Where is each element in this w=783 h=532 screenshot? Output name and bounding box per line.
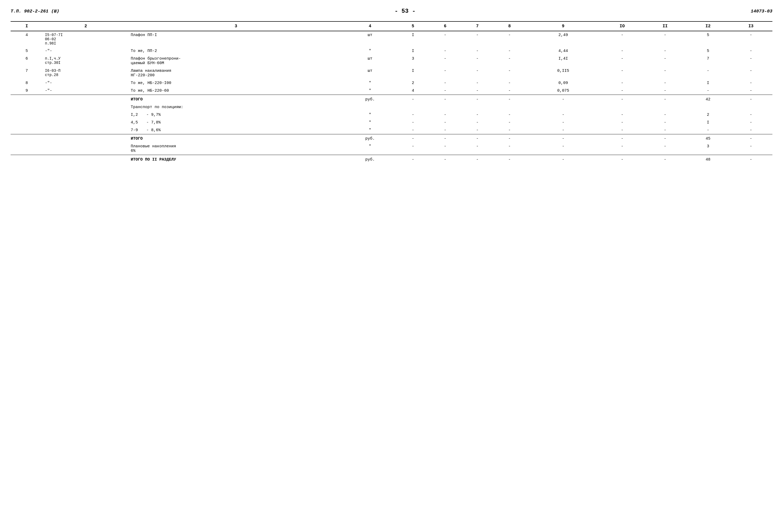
row-col11: - bbox=[644, 47, 687, 55]
total-col13: - bbox=[729, 156, 773, 163]
table-row: 5 -"- То же, ПП-2 " I - - - 4,44 - - 5 - bbox=[10, 47, 773, 55]
plan-label: Плановые накопления 6% bbox=[129, 142, 343, 155]
row-name: То же, НБ-220-60 bbox=[129, 87, 343, 95]
plan-col13: - bbox=[729, 142, 773, 155]
row-col13: - bbox=[729, 55, 773, 67]
row-name: То же, НБ-220-I00 bbox=[129, 79, 343, 87]
row-col5: I bbox=[397, 31, 429, 47]
header-center: - 53 - bbox=[395, 8, 415, 14]
itogo2-col7: - bbox=[461, 135, 494, 142]
t-col11-2: - bbox=[644, 119, 687, 126]
header-row: I 2 3 4 5 6 7 8 9 IO II I2 I3 bbox=[10, 22, 773, 31]
row-col12: 5 bbox=[687, 47, 729, 55]
page-header: Т.П. 902-2-261 (Ш) - 53 - 14073-03 bbox=[10, 8, 773, 16]
t-col7-1: - bbox=[461, 111, 494, 119]
itogo-col13: - bbox=[729, 96, 773, 103]
col-header-4: 4 bbox=[343, 22, 397, 31]
col-header-10: IO bbox=[601, 22, 644, 31]
itogo2-col9: - bbox=[526, 135, 601, 142]
t-col12-1: 2 bbox=[687, 111, 729, 119]
transport-row-45: 4,5 - 7,8% " - - - - - - - I - bbox=[10, 119, 773, 126]
row-code: -"- bbox=[43, 47, 129, 55]
row-col8: - bbox=[494, 47, 526, 55]
itogo2-col6: - bbox=[429, 135, 461, 142]
plan-col8: - bbox=[494, 142, 526, 155]
row-num: 8 bbox=[10, 79, 43, 87]
main-table: I 2 3 4 5 6 7 8 9 IO II I2 I3 4 I5-07-7I… bbox=[10, 21, 773, 163]
row-unit: " bbox=[343, 47, 397, 55]
row-col7: - bbox=[461, 67, 494, 79]
itogo2-col13: - bbox=[729, 135, 773, 142]
row-num: 6 bbox=[10, 55, 43, 67]
row-col5: I bbox=[397, 67, 429, 79]
row-col11: - bbox=[644, 67, 687, 79]
row-col12: - bbox=[687, 87, 729, 95]
total-col9: - bbox=[526, 156, 601, 163]
itogo2-empty-1 bbox=[10, 135, 43, 142]
row-col8: - bbox=[494, 87, 526, 95]
row-code: -"- bbox=[43, 87, 129, 95]
row-unit: " bbox=[343, 87, 397, 95]
row-col6: - bbox=[429, 67, 461, 79]
row-col13: - bbox=[729, 67, 773, 79]
row-num: 4 bbox=[10, 31, 43, 47]
total-col5: - bbox=[397, 156, 429, 163]
itogo-label: ИТОГО bbox=[129, 96, 343, 103]
row-col6: - bbox=[429, 47, 461, 55]
row-col8: - bbox=[494, 55, 526, 67]
itogo2-unit: руб. bbox=[343, 135, 397, 142]
itogo-empty-2 bbox=[43, 96, 129, 103]
t-col5-3: - bbox=[397, 126, 429, 134]
itogo2-empty-2 bbox=[43, 135, 129, 142]
row-col5: I bbox=[397, 47, 429, 55]
itogo-unit: руб. bbox=[343, 96, 397, 103]
row-col9: 2,49 bbox=[526, 31, 601, 47]
itogo2-col10: - bbox=[601, 135, 644, 142]
t-col8-1: - bbox=[494, 111, 526, 119]
plan-col11: - bbox=[644, 142, 687, 155]
itogo-col12: 42 bbox=[687, 96, 729, 103]
table-row: 6 п.I,ч.У стр.30I Плафон брызгонепрони- … bbox=[10, 55, 773, 67]
row-col12: 7 bbox=[687, 55, 729, 67]
itogo-total-row: ИТОГО ПО II РАЗДЕЛУ руб. - - - - - - - 4… bbox=[10, 156, 773, 163]
row-col9: 0,09 bbox=[526, 79, 601, 87]
t-empty-2 bbox=[43, 111, 129, 119]
total-label: ИТОГО ПО II РАЗДЕЛУ bbox=[129, 156, 343, 163]
row-num: 7 bbox=[10, 67, 43, 79]
itogo2-col12: 45 bbox=[687, 135, 729, 142]
t-col12-3: - bbox=[687, 126, 729, 134]
row-col6: - bbox=[429, 87, 461, 95]
transport-empty-1 bbox=[10, 103, 43, 111]
t-empty-1b bbox=[10, 119, 43, 126]
transport-label-3: 7-9 - 8,6% bbox=[129, 126, 343, 134]
row-col12: - bbox=[687, 67, 729, 79]
itogo2-label: ИТОГО bbox=[129, 135, 343, 142]
row-code: п.I,ч.У стр.30I bbox=[43, 55, 129, 67]
row-col9: I,4I bbox=[526, 55, 601, 67]
t-empty-1 bbox=[10, 111, 43, 119]
row-col10: - bbox=[601, 67, 644, 79]
col-header-9: 9 bbox=[526, 22, 601, 31]
row-col7: - bbox=[461, 55, 494, 67]
t-col11-1: - bbox=[644, 111, 687, 119]
row-name: То же, ПП-2 bbox=[129, 47, 343, 55]
row-col7: - bbox=[461, 47, 494, 55]
row-col10: - bbox=[601, 31, 644, 47]
row-unit: шт bbox=[343, 31, 397, 47]
row-col8: - bbox=[494, 67, 526, 79]
t-col5-1: - bbox=[397, 111, 429, 119]
t-col5-2: - bbox=[397, 119, 429, 126]
row-col6: - bbox=[429, 79, 461, 87]
total-col6: - bbox=[429, 156, 461, 163]
t-col12-2: I bbox=[687, 119, 729, 126]
t-empty-1c bbox=[10, 126, 43, 134]
row-name: Плафон ПП-I bbox=[129, 31, 343, 47]
row-name: Плафон брызгонепрони- цаемый БУН-60М bbox=[129, 55, 343, 67]
row-col13: - bbox=[729, 87, 773, 95]
transport-header-label: Транспорт по позициям: bbox=[129, 103, 773, 111]
itogo-col7: - bbox=[461, 96, 494, 103]
table-row: 9 -"- То же, НБ-220-60 " 4 - - - 0,075 -… bbox=[10, 87, 773, 95]
row-unit: шт bbox=[343, 67, 397, 79]
row-col10: - bbox=[601, 47, 644, 55]
t-col10-2: - bbox=[601, 119, 644, 126]
